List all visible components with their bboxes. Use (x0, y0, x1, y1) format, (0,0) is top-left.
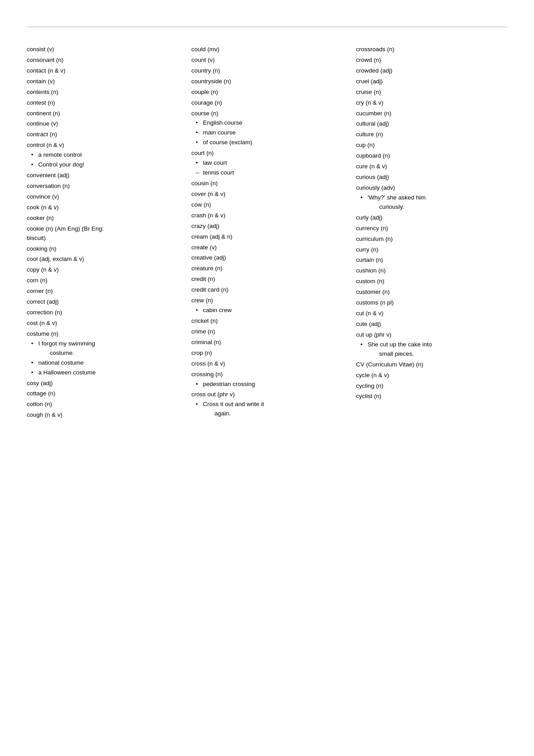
list-item: a remote control (31, 150, 178, 160)
list-item: cricket (n) (191, 317, 343, 326)
sub-list: cabin crew (196, 306, 343, 315)
list-item: creature (n) (191, 264, 343, 273)
list-item: curtain (n) (356, 256, 507, 265)
list-item: continue (v) (27, 119, 178, 129)
sub-list: a remote control Control your dog! (31, 150, 178, 170)
list-item: convince (v) (27, 192, 178, 202)
columns-wrapper: consist (v) consonant (n) contact (n & v… (27, 45, 507, 421)
list-item: cut (n & v) (356, 309, 507, 318)
list-item: could (mv) (191, 45, 343, 54)
list-item: country (n) (191, 66, 343, 76)
list-item: cruise (n) (356, 88, 507, 97)
list-item: courage (n) (191, 98, 343, 108)
list-item: curiously (adv) 'Why?' she asked himcuri… (356, 183, 507, 212)
list-item: customs (n pl) (356, 298, 507, 308)
list-item: credit (n) (191, 275, 343, 284)
list-item: control (n & v) a remote control Control… (27, 141, 178, 170)
list-item: credit card (n) (191, 285, 343, 295)
list-item: cousin (n) (191, 179, 343, 188)
list-item: court (n) law court tennis court (191, 149, 343, 178)
list-item: couple (n) (191, 88, 343, 97)
list-item: convenient (adj) (27, 171, 178, 180)
list-item: cup (n) (356, 141, 507, 150)
list-item: contest (n) (27, 98, 178, 108)
list-item: cushion (n) (356, 266, 507, 276)
top-rule (27, 27, 507, 27)
list-item: crossroads (n) (356, 45, 507, 54)
list-item: contain (v) (27, 77, 178, 86)
list-item: custom (n) (356, 277, 507, 286)
list-item: crowd (n) (356, 56, 507, 65)
list-item: cute (adj) (356, 320, 507, 329)
list-item: copy (n & v) (27, 265, 178, 275)
list-item: contents (n) (27, 88, 178, 97)
list-item: 'Why?' she asked himcuriously. (360, 193, 507, 212)
list-item: cream (adj & n) (191, 232, 343, 242)
list-item: cross (n & v) (191, 359, 343, 369)
list-item: crazy (adj) (191, 222, 343, 231)
list-item: Cross it out and write itagain. (196, 400, 343, 419)
list-item: crime (n) (191, 327, 343, 337)
list-item: cupboard (n) (356, 151, 507, 161)
list-item: cook (n & v) (27, 203, 178, 212)
list-item: I forgot my swimmingcostume. (31, 339, 178, 358)
column-1: consist (v) consonant (n) contact (n & v… (27, 45, 191, 421)
list-item: law court (196, 159, 343, 168)
list-item: crew (n) cabin crew (191, 296, 343, 315)
list-item: contact (n & v) (27, 66, 178, 76)
list-item: consonant (n) (27, 56, 178, 65)
list-item: cure (n & v) (356, 162, 507, 171)
list-item: create (v) (191, 243, 343, 252)
sub-list: law court tennis court (196, 159, 343, 178)
list-item: cut up (phr v) She cut up the cake intos… (356, 330, 507, 359)
list-item: cycle (n & v) (356, 371, 507, 380)
list-item: She cut up the cake intosmall pieces. (360, 340, 507, 359)
list-item: cool (adj, exclam & v) (27, 255, 178, 264)
list-item: corn (n) (27, 276, 178, 285)
list-item: conversation (n) (27, 182, 178, 191)
sub-list: I forgot my swimmingcostume. national co… (31, 339, 178, 378)
list-item: CV (Curriculum Vitae) (n) (356, 360, 507, 370)
list-item: correction (n) (27, 308, 178, 317)
list-item: cotton (n) (27, 400, 178, 409)
list-item: culture (n) (356, 130, 507, 139)
list-item: cosy (adj) (27, 379, 178, 388)
list-item: cookie (n) (Am Eng) (Br Eng:biscuit) (27, 224, 178, 243)
list-item: crash (n & v) (191, 211, 343, 220)
list-item: crop (n) (191, 349, 343, 358)
list-item: consist (v) (27, 45, 178, 54)
list-item: tennis court (196, 168, 343, 178)
list-item: a Halloween costume (31, 368, 178, 378)
list-item: crossing (n) pedestrian crossing (191, 370, 343, 389)
list-item: curious (adj) (356, 173, 507, 182)
list-item: currency (n) (356, 224, 507, 233)
list-item: cow (n) (191, 200, 343, 210)
list-item: pedestrian crossing (196, 380, 343, 389)
list-item: cycling (n) (356, 382, 507, 391)
sub-list: Cross it out and write itagain. (196, 400, 343, 419)
list-item: cabin crew (196, 306, 343, 315)
column-2: could (mv) count (v) country (n) country… (191, 45, 356, 420)
list-item: curriculum (n) (356, 235, 507, 244)
list-item: correct (adj) (27, 297, 178, 307)
list-item: cottage (n) (27, 389, 178, 398)
column-3: crossroads (n) crowd (n) crowded (adj) c… (356, 45, 507, 402)
list-item: creative (adj) (191, 253, 343, 263)
list-item: course (n) English course main course of… (191, 109, 343, 148)
list-item: English course (196, 118, 343, 128)
sub-list: pedestrian crossing (196, 380, 343, 389)
list-item: cucumber (n) (356, 109, 507, 118)
list-item: of course (exclam) (196, 138, 343, 147)
list-item: cultural (adj) (356, 119, 507, 129)
list-item: cyclist (n) (356, 392, 507, 401)
list-item: cruel (adj) (356, 77, 507, 86)
sub-list: English course main course of course (ex… (196, 118, 343, 147)
list-item: cover (n & v) (191, 190, 343, 199)
list-item: national costume (31, 358, 178, 368)
list-item: countryside (n) (191, 77, 343, 86)
sub-list: She cut up the cake intosmall pieces. (360, 340, 507, 359)
list-item: corner (n) (27, 287, 178, 296)
list-item: main course (196, 128, 343, 138)
list-item: curry (n) (356, 245, 507, 255)
sub-list: 'Why?' she asked himcuriously. (360, 193, 507, 212)
